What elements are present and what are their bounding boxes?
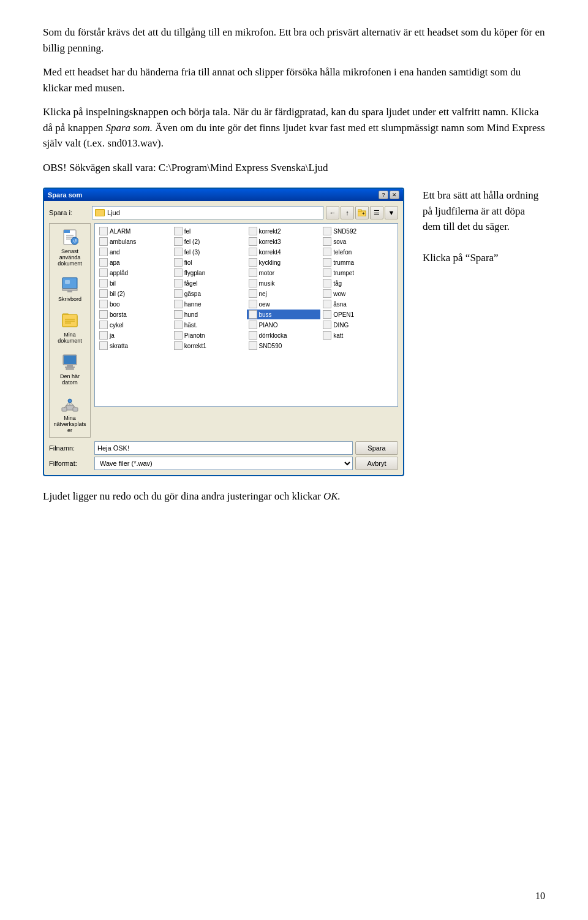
file-icon xyxy=(249,258,257,267)
new-folder-button[interactable]: + xyxy=(355,206,369,219)
save-dialog: Spara som ? ✕ Spara i: Ljud ← ↑ xyxy=(43,188,404,476)
file-icon xyxy=(249,300,257,308)
file-icon xyxy=(174,321,183,329)
file-item-fel2[interactable]: fel (2) xyxy=(172,237,246,246)
file-item-boo[interactable]: boo xyxy=(97,299,172,309)
file-item-nej[interactable]: nej xyxy=(247,289,321,298)
file-item-fagel[interactable]: fågel xyxy=(172,278,246,288)
desktop-icon xyxy=(60,275,80,295)
file-item-motor[interactable]: motor xyxy=(247,268,321,278)
sidebar-documents[interactable]: Mina dokument xyxy=(51,310,89,345)
path-box[interactable]: Ljud xyxy=(92,206,323,219)
file-list[interactable]: ALARM fel korrekt2 SND592 ambulans fel (… xyxy=(94,223,398,407)
file-item-ambulans[interactable]: ambulans xyxy=(97,237,172,246)
file-item-trumpet[interactable]: trumpet xyxy=(321,268,395,278)
svg-rect-1 xyxy=(358,210,361,211)
file-item-ja[interactable]: ja xyxy=(97,330,172,340)
file-item-oew[interactable]: oew xyxy=(247,299,321,309)
file-item-skratta[interactable]: skratta xyxy=(97,341,172,351)
file-icon xyxy=(174,227,183,235)
file-item-hast[interactable]: häst. xyxy=(172,320,246,330)
view-button[interactable]: ☰ xyxy=(370,206,383,219)
file-icon xyxy=(249,279,257,287)
file-item-piano[interactable]: PIANO xyxy=(247,320,321,330)
file-item-and[interactable]: and xyxy=(97,247,172,257)
file-icon xyxy=(174,279,183,287)
toolbar-buttons: ← ↑ + ☰ ▼ xyxy=(326,206,398,219)
file-item-dorrklocka[interactable]: dörrklocka xyxy=(247,330,321,340)
file-item-open1[interactable]: OPEN1 xyxy=(321,310,395,319)
toolbar-row: Ljud ← ↑ + ☰ ▼ xyxy=(92,206,398,219)
sidebar-desktop[interactable]: Skrivbord xyxy=(57,274,83,303)
file-item-alarm[interactable]: ALARM xyxy=(97,226,172,236)
file-item-asna[interactable]: åsna xyxy=(321,299,395,309)
file-icon xyxy=(174,258,183,267)
filename-input[interactable] xyxy=(94,441,353,455)
file-icon xyxy=(249,248,257,256)
sidebar-recent[interactable]: ↺ Senast använda dokument xyxy=(51,226,89,268)
file-item-sova[interactable]: sova xyxy=(321,237,395,246)
file-item-korrekt1[interactable]: korrekt1 xyxy=(172,341,246,351)
svg-rect-14 xyxy=(65,280,70,284)
paragraph-2: Med ett headset har du händerna fria til… xyxy=(43,64,545,96)
folder-icon-small xyxy=(95,209,105,216)
file-item-gaspa[interactable]: gäspa xyxy=(172,289,246,298)
file-item-fiol[interactable]: fiol xyxy=(172,257,246,267)
sidebar-documents-label: Mina dokument xyxy=(52,332,88,344)
file-item-pianotn[interactable]: Pianotn xyxy=(172,330,246,340)
save-button[interactable]: Spara xyxy=(355,441,398,455)
page-number: 10 xyxy=(535,891,545,902)
file-item-kyckling[interactable]: kyckling xyxy=(247,257,321,267)
file-item-applad[interactable]: applåd xyxy=(97,268,172,278)
file-item-borsta[interactable]: borsta xyxy=(97,310,172,319)
file-item-cykel[interactable]: cykel xyxy=(97,320,172,330)
computer-icon xyxy=(60,352,80,372)
file-item-telefon[interactable]: telefon xyxy=(321,247,395,257)
svg-rect-27 xyxy=(62,408,67,411)
folder-name: Ljud xyxy=(107,209,120,216)
back-button[interactable]: ← xyxy=(326,206,339,219)
file-item-fel3[interactable]: fel (3) xyxy=(172,247,246,257)
file-item-hanne[interactable]: hanne xyxy=(172,299,246,309)
content-area: Spara som ? ✕ Spara i: Ljud ← ↑ xyxy=(43,188,545,476)
cancel-button[interactable]: Avbryt xyxy=(355,457,398,470)
svg-rect-23 xyxy=(67,365,73,367)
file-item-korrekt4[interactable]: korrekt4 xyxy=(247,247,321,257)
file-item-flygplan[interactable]: flygplan xyxy=(172,268,246,278)
file-icon xyxy=(174,300,183,308)
help-button[interactable]: ? xyxy=(379,191,388,199)
filformat-select[interactable]: Wave filer (*.wav) xyxy=(94,457,353,470)
file-item-bil2[interactable]: bil (2) xyxy=(97,289,172,298)
sidebar-network[interactable]: Mina nätverksplatser xyxy=(51,393,89,435)
close-button[interactable]: ✕ xyxy=(390,191,399,199)
file-item-trumma[interactable]: trumma xyxy=(321,257,395,267)
file-icon xyxy=(99,341,108,350)
sidebar-network-label: Mina nätverksplatser xyxy=(52,415,88,433)
file-icon xyxy=(174,331,183,340)
file-item-korrekt3[interactable]: korrekt3 xyxy=(247,237,321,246)
file-item-hund[interactable]: hund xyxy=(172,310,246,319)
file-item-snd592[interactable]: SND592 xyxy=(321,226,395,236)
file-item-wow[interactable]: wow xyxy=(321,289,395,298)
file-item-korrekt2[interactable]: korrekt2 xyxy=(247,226,321,236)
file-item-ding[interactable]: DING xyxy=(321,320,395,330)
file-icon xyxy=(99,268,108,277)
file-item-tag[interactable]: tåg xyxy=(321,278,395,288)
svg-text:+: + xyxy=(362,211,365,216)
sidebar-computer[interactable]: Den här datorn xyxy=(51,351,89,387)
file-icon xyxy=(249,227,257,235)
file-item-apa[interactable]: apa xyxy=(97,257,172,267)
file-icon xyxy=(249,289,257,298)
menu-button[interactable]: ▼ xyxy=(385,206,398,219)
file-item-katt[interactable]: katt xyxy=(321,330,395,340)
file-item-bil[interactable]: bil xyxy=(97,278,172,288)
bottom-italic: OK. xyxy=(323,490,341,502)
sidebar-computer-label: Den här datorn xyxy=(52,373,88,386)
file-icon xyxy=(323,289,331,298)
file-icon xyxy=(323,227,331,235)
file-item-musik[interactable]: musik xyxy=(247,278,321,288)
file-item-snd590[interactable]: SND590 xyxy=(247,341,321,351)
up-button[interactable]: ↑ xyxy=(341,206,354,219)
file-item-fel[interactable]: fel xyxy=(172,226,246,236)
file-item-buss[interactable]: buss xyxy=(247,310,321,319)
